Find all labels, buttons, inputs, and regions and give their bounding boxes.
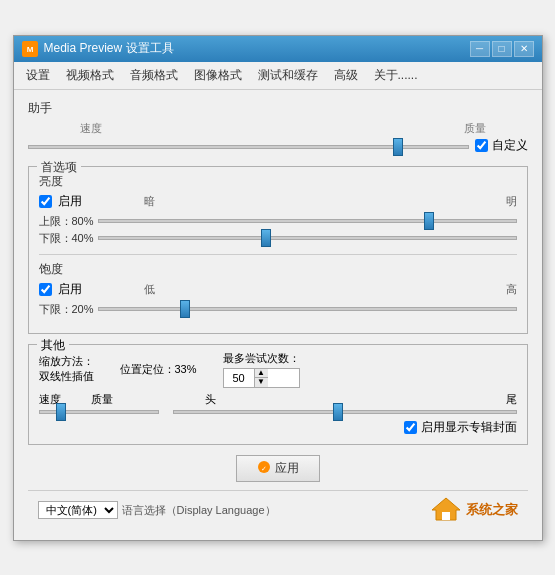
custom-checkbox-row: 自定义 [475, 137, 528, 154]
preferences-group: 首选项 亮度 启用 暗 明 上限：80% 下限：40% [28, 166, 528, 334]
scale-method-value: 双线性插值 [39, 370, 94, 382]
brightness-enable-row: 启用 暗 明 [39, 193, 517, 210]
title-bar-left: M Media Preview 设置工具 [22, 40, 174, 57]
logo-house-icon [430, 496, 462, 522]
other-speed-slider[interactable] [39, 410, 159, 414]
scale-method-row: 缩放方法： 双线性插值 [39, 354, 94, 384]
svg-text:✓: ✓ [261, 464, 267, 471]
brightness-title: 亮度 [39, 173, 517, 190]
bottom-bar: 中文(简体) English 语言选择（Display Language） 系统… [28, 490, 528, 530]
max-tries-row: 最多尝试次数： ▲ ▼ [223, 351, 300, 388]
apply-icon: ✓ [257, 460, 271, 477]
brightness-upper-slider[interactable] [98, 219, 517, 223]
other-title: 其他 [37, 337, 69, 354]
album-art-row: 启用显示专辑封面 [39, 419, 517, 436]
language-select-label: 语言选择（Display Language） [122, 503, 276, 518]
svg-text:M: M [26, 45, 33, 54]
other-position-slider[interactable] [173, 410, 517, 414]
menu-image-format[interactable]: 图像格式 [186, 64, 250, 87]
helper-label: 助手 [28, 100, 528, 117]
album-art-label: 启用显示专辑封面 [421, 419, 517, 436]
menu-about[interactable]: 关于...... [366, 64, 426, 87]
apply-button[interactable]: ✓ 应用 [236, 455, 320, 482]
brightness-enable-label: 启用 [58, 193, 82, 210]
max-tries-input[interactable] [224, 369, 254, 387]
brightness-enable-checkbox[interactable] [39, 195, 52, 208]
max-tries-spinbox: ▲ ▼ [223, 368, 300, 388]
saturation-lower-slider[interactable] [98, 307, 517, 311]
other-section: 其他 缩放方法： 双线性插值 位置定位：33% 最多尝试次数： ▲ [28, 344, 528, 445]
menu-settings[interactable]: 设置 [18, 64, 58, 87]
quality-label-helper: 质量 [464, 121, 486, 136]
saturation-section: 饱度 启用 低 高 下限：20% [39, 261, 517, 317]
scale-method-label: 缩放方法： [39, 355, 94, 367]
brightness-upper-text: 上限：80% [39, 214, 94, 229]
album-art-checkbox[interactable] [404, 421, 417, 434]
apply-button-row: ✓ 应用 [28, 455, 528, 482]
spinbox-down-button[interactable]: ▼ [254, 378, 268, 387]
helper-slider[interactable] [28, 145, 469, 149]
language-select[interactable]: 中文(简体) English [38, 501, 118, 519]
logo-text: 系统之家 [466, 501, 518, 519]
apply-label: 应用 [275, 460, 299, 477]
spinbox-buttons: ▲ ▼ [254, 369, 268, 387]
title-buttons: ─ □ ✕ [470, 41, 534, 57]
brightness-lower-row: 下限：40% [39, 231, 517, 246]
title-bar: M Media Preview 设置工具 ─ □ ✕ [14, 36, 542, 62]
max-tries-label: 最多尝试次数： [223, 351, 300, 366]
main-window: M Media Preview 设置工具 ─ □ ✕ 设置 视频格式 音频格式 … [13, 35, 543, 541]
menu-bar: 设置 视频格式 音频格式 图像格式 测试和缓存 高级 关于...... [14, 62, 542, 90]
close-button[interactable]: ✕ [514, 41, 534, 57]
brightness-bright-label: 明 [506, 194, 517, 209]
custom-label: 自定义 [492, 137, 528, 154]
menu-test-cache[interactable]: 测试和缓存 [250, 64, 326, 87]
preferences-title: 首选项 [37, 159, 81, 176]
menu-advanced[interactable]: 高级 [326, 64, 366, 87]
content-area: 助手 速度 质量 自定义 首选项 亮度 [14, 90, 542, 540]
maximize-button[interactable]: □ [492, 41, 512, 57]
menu-video-format[interactable]: 视频格式 [58, 64, 122, 87]
saturation-enable-checkbox[interactable] [39, 283, 52, 296]
helper-slider-row: 自定义 [28, 137, 528, 154]
svg-rect-5 [442, 512, 450, 520]
helper-slider-container [28, 138, 469, 152]
saturation-high-label: 高 [506, 282, 517, 297]
other-top-row: 缩放方法： 双线性插值 位置定位：33% 最多尝试次数： ▲ ▼ [39, 351, 517, 388]
position-row: 位置定位：33% [120, 362, 197, 377]
position-label: 位置定位：33% [120, 363, 197, 375]
saturation-title: 饱度 [39, 261, 517, 278]
language-row: 中文(简体) English 语言选择（Display Language） [38, 501, 276, 519]
brightness-dark-label: 暗 [144, 194, 155, 209]
saturation-lower-row: 下限：20% [39, 302, 517, 317]
speed-label-helper: 速度 [80, 121, 102, 136]
window-title: Media Preview 设置工具 [44, 40, 174, 57]
brightness-lower-text: 下限：40% [39, 231, 94, 246]
brightness-upper-row: 上限：80% [39, 214, 517, 229]
logo-icon-container [430, 496, 462, 525]
helper-section: 助手 速度 质量 自定义 [28, 100, 528, 154]
brightness-divider [39, 254, 517, 255]
brightness-lower-slider[interactable] [98, 236, 517, 240]
other-sliders-row [39, 410, 517, 414]
app-icon: M [22, 41, 38, 57]
saturation-enable-label: 启用 [58, 281, 82, 298]
saturation-low-label: 低 [144, 282, 155, 297]
minimize-button[interactable]: ─ [470, 41, 490, 57]
menu-audio-format[interactable]: 音频格式 [122, 64, 186, 87]
custom-checkbox[interactable] [475, 139, 488, 152]
saturation-enable-row: 启用 低 高 [39, 281, 517, 298]
logo-area: 系统之家 [430, 496, 518, 525]
brightness-section: 亮度 启用 暗 明 上限：80% 下限：40% [39, 173, 517, 246]
saturation-lower-text: 下限：20% [39, 302, 94, 317]
speed-quality-labels: 速度 质量 [28, 121, 528, 136]
